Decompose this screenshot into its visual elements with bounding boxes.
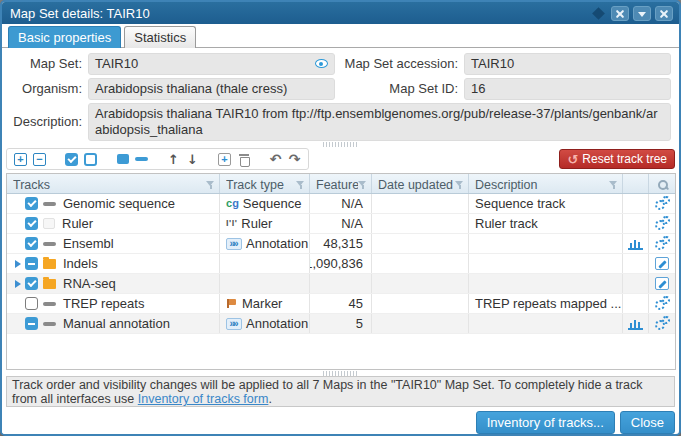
delete-button[interactable] bbox=[236, 152, 251, 167]
expander-icon[interactable] bbox=[13, 198, 25, 210]
row-action-icon[interactable] bbox=[655, 257, 669, 270]
pin-icon[interactable] bbox=[592, 7, 605, 20]
track-color-swatch bbox=[43, 322, 56, 326]
row-action-icon[interactable] bbox=[654, 316, 671, 331]
row-action-icon[interactable] bbox=[654, 216, 671, 231]
map-set-label: Map Set: bbox=[6, 53, 88, 71]
table-row[interactable]: Ruler Ruler N/A Ruler track bbox=[7, 214, 675, 234]
filter-icon[interactable] bbox=[206, 180, 215, 190]
table-row[interactable]: TREP repeats Marker 45 TREP repeats mapp… bbox=[7, 294, 675, 314]
track-type-icon bbox=[226, 318, 242, 330]
close-button[interactable] bbox=[655, 6, 673, 21]
track-checkbox[interactable] bbox=[25, 277, 38, 290]
track-checkbox[interactable] bbox=[25, 217, 38, 230]
description-value bbox=[469, 254, 623, 273]
column-header-search[interactable] bbox=[649, 174, 675, 193]
table-row[interactable]: Indels 1,090,836 bbox=[7, 254, 675, 274]
inventory-of-tracks-link[interactable]: Inventory of tracks form bbox=[138, 392, 269, 406]
filter-icon[interactable] bbox=[296, 180, 305, 190]
map-set-id-label: Map Set ID: bbox=[335, 78, 464, 96]
basic-properties-form: Map Set: TAIR10 Map Set accession: TAIR1… bbox=[2, 48, 679, 141]
search-icon[interactable] bbox=[658, 180, 668, 190]
features-value: 5 bbox=[310, 314, 372, 333]
description-field[interactable]: Arabidopsis thaliana TAIR10 from ftp://f… bbox=[88, 103, 671, 141]
date-updated-value bbox=[372, 194, 469, 213]
features-value: N/A bbox=[310, 194, 372, 213]
column-header-tracks[interactable]: Tracks bbox=[7, 174, 220, 193]
statistics-chart-icon[interactable] bbox=[628, 238, 643, 250]
description-label: Description: bbox=[6, 103, 88, 129]
window-menu-button[interactable] bbox=[633, 6, 651, 21]
track-checkbox[interactable] bbox=[25, 257, 38, 270]
filter-icon[interactable] bbox=[455, 180, 464, 190]
filter-icon[interactable] bbox=[358, 180, 367, 190]
move-down-button[interactable]: ↓ bbox=[185, 152, 200, 167]
row-action-icon[interactable] bbox=[654, 296, 671, 311]
reset-track-tree-button[interactable]: ↺ Reset track tree bbox=[559, 149, 675, 169]
close-dialog-button[interactable]: Close bbox=[620, 411, 675, 434]
features-value bbox=[310, 274, 372, 293]
check-all-button[interactable] bbox=[64, 152, 79, 167]
track-name: Ruler bbox=[62, 216, 93, 231]
inventory-of-tracks-button[interactable]: Inventory of tracks... bbox=[476, 411, 615, 434]
features-value: 48,315 bbox=[310, 234, 372, 253]
tracks-table: Tracks Track type Features Date updated … bbox=[6, 173, 676, 370]
table-row[interactable]: RNA-seq bbox=[7, 274, 675, 294]
expander-icon[interactable] bbox=[13, 278, 25, 290]
tab-statistics[interactable]: Statistics bbox=[124, 26, 196, 48]
table-row[interactable]: Manual annotation Annotation 5 bbox=[7, 314, 675, 334]
collapse-all-button[interactable]: − bbox=[32, 152, 47, 167]
track-folder-icon bbox=[43, 259, 56, 269]
table-header: Tracks Track type Features Date updated … bbox=[7, 174, 675, 194]
footer-bar: Inventory of tracks... Close bbox=[2, 409, 675, 435]
track-toolbar: + − ↑ ↓ + ↶ ↷ ↺ Reset track tree bbox=[6, 148, 675, 170]
map-set-id-field[interactable]: 16 bbox=[464, 78, 671, 100]
redo-button[interactable]: ↷ bbox=[287, 152, 302, 167]
column-header-date-updated[interactable]: Date updated bbox=[372, 174, 469, 193]
track-name: TREP repeats bbox=[63, 296, 144, 311]
track-checkbox[interactable] bbox=[25, 317, 38, 330]
column-header-features[interactable]: Features bbox=[310, 174, 372, 193]
filter-icon[interactable] bbox=[609, 180, 618, 190]
add-folder-button[interactable]: + bbox=[217, 152, 232, 167]
row-action-icon[interactable] bbox=[655, 277, 669, 290]
map-set-field[interactable]: TAIR10 bbox=[88, 53, 335, 75]
tab-basic-properties[interactable]: Basic properties bbox=[8, 26, 121, 48]
expander-icon[interactable] bbox=[13, 218, 25, 230]
track-checkbox[interactable] bbox=[25, 237, 38, 250]
statistics-chart-icon[interactable] bbox=[628, 318, 643, 330]
row-action-icon[interactable] bbox=[654, 236, 671, 251]
column-header-description[interactable]: Description bbox=[469, 174, 623, 193]
reset-icon: ↺ bbox=[567, 153, 578, 166]
expander-icon[interactable] bbox=[13, 318, 25, 330]
undo-button[interactable]: ↶ bbox=[268, 152, 283, 167]
splitter-handle[interactable] bbox=[323, 142, 359, 147]
features-value: 45 bbox=[310, 294, 372, 313]
move-up-button[interactable]: ↑ bbox=[166, 152, 181, 167]
expand-all-button[interactable]: + bbox=[13, 152, 28, 167]
track-type: Annotation bbox=[246, 316, 308, 331]
uncheck-all-button[interactable] bbox=[83, 152, 98, 167]
track-checkbox[interactable] bbox=[25, 197, 38, 210]
expander-icon[interactable] bbox=[13, 258, 25, 270]
map-set-value: TAIR10 bbox=[95, 56, 138, 71]
date-updated-value bbox=[372, 294, 469, 313]
show-tracks-button[interactable] bbox=[115, 152, 130, 167]
organism-field[interactable]: Arabidopsis thaliana (thale cress) bbox=[88, 78, 335, 100]
hide-tracks-button[interactable] bbox=[134, 152, 149, 167]
description-value: Sequence track bbox=[469, 194, 623, 213]
row-action-icon[interactable] bbox=[654, 196, 671, 211]
column-header-track-type[interactable]: Track type bbox=[220, 174, 310, 193]
accession-field[interactable]: TAIR10 bbox=[464, 53, 671, 75]
table-row[interactable]: Genomic sequence Sequence N/A Sequence t… bbox=[7, 194, 675, 214]
track-name: Genomic sequence bbox=[63, 196, 175, 211]
expander-icon[interactable] bbox=[13, 298, 25, 310]
description-value bbox=[469, 234, 623, 253]
expander-icon[interactable] bbox=[13, 238, 25, 250]
note-box: Track order and visibility changes will … bbox=[6, 376, 675, 407]
maximize-button[interactable] bbox=[611, 6, 629, 21]
table-row[interactable]: Ensembl Annotation 48,315 bbox=[7, 234, 675, 254]
eye-icon[interactable] bbox=[315, 59, 328, 68]
track-folder-icon bbox=[43, 279, 56, 289]
track-checkbox[interactable] bbox=[25, 297, 38, 310]
